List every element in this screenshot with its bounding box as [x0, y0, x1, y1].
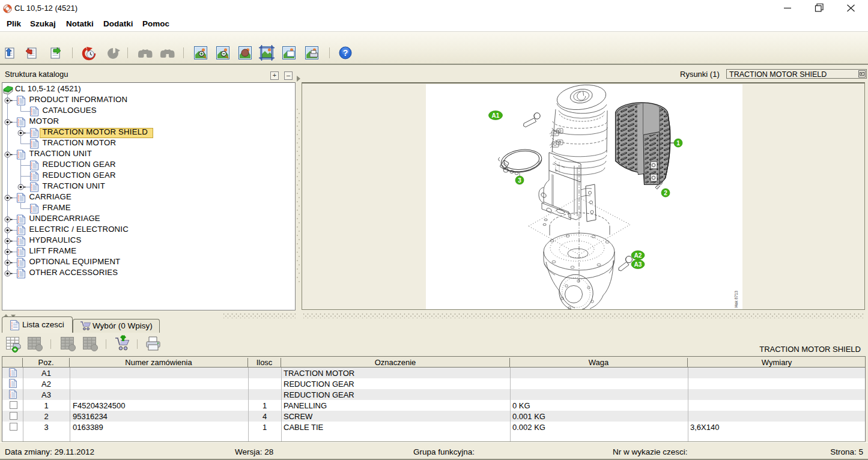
svg-text:HYDRAULICS: HYDRAULICS [29, 235, 82, 244]
svg-text:TRACTION MOTOR SHIELD: TRACTION MOTOR SHIELD [43, 127, 148, 136]
svg-text:MOTOR: MOTOR [29, 117, 59, 126]
svg-text:PRODUCT INFORMATION: PRODUCT INFORMATION [29, 95, 128, 104]
svg-text:OTHER ACCESSORIES: OTHER ACCESSORIES [29, 268, 118, 277]
svg-text:UNDERCARRIAGE: UNDERCARRIAGE [29, 214, 100, 223]
svg-text:REDUCTION GEAR: REDUCTION GEAR [43, 160, 116, 169]
svg-text:FRAME: FRAME [43, 203, 71, 212]
svg-text:?: ? [343, 48, 348, 58]
svg-text:1: 1 [676, 140, 680, 147]
svg-text:A3: A3 [634, 261, 642, 268]
svg-text:2: 2 [664, 190, 667, 196]
svg-text:A1: A1 [492, 112, 500, 119]
svg-text:CATALOGUES: CATALOGUES [43, 106, 97, 115]
svg-text:OPTIONAL EQUIPMENT: OPTIONAL EQUIPMENT [29, 257, 121, 266]
svg-text:CARRIAGE: CARRIAGE [29, 192, 71, 201]
svg-text:A2: A2 [634, 252, 642, 259]
svg-text:CL 10,5-12 (4521): CL 10,5-12 (4521) [15, 84, 81, 93]
svg-text:Hak 8713: Hak 8713 [734, 291, 738, 307]
svg-text:TRACTION UNIT: TRACTION UNIT [43, 181, 105, 190]
svg-text:TRACTION UNIT: TRACTION UNIT [29, 149, 92, 158]
svg-text:3: 3 [518, 177, 521, 184]
svg-text:TRACTION MOTOR: TRACTION MOTOR [43, 138, 117, 147]
svg-text:ELECTRIC / ELECTRONIC: ELECTRIC / ELECTRONIC [29, 225, 129, 234]
svg-text:LIFT FRAME: LIFT FRAME [29, 246, 77, 255]
svg-text:REDUCTION GEAR: REDUCTION GEAR [43, 171, 116, 180]
